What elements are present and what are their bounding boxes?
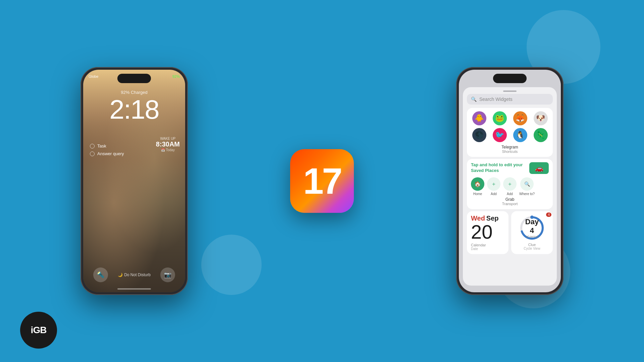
bottom-widgets-row: Wed Sep 20 Calendar Date 4 bbox=[467, 211, 553, 254]
ios17-number: 17 bbox=[303, 163, 341, 199]
grab-add-btn-2[interactable]: ＋ Add bbox=[503, 177, 517, 196]
bg-circle-2 bbox=[201, 235, 262, 295]
grab-add-btn-1[interactable]: ＋ Add bbox=[487, 177, 500, 196]
dnd-text: 🌙 Do Not Disturb bbox=[118, 267, 151, 282]
cal-label: Calendar bbox=[471, 243, 486, 247]
reminder-circle-2 bbox=[90, 152, 95, 156]
search-placeholder: Search Widgets bbox=[479, 97, 513, 102]
camera-button[interactable]: 📷 bbox=[160, 267, 175, 282]
avatar-grid: 🐥 🐸 🦊 🐶 🌑 🐦 🐧 🦎 bbox=[470, 111, 549, 142]
clue-of-period: of period bbox=[525, 235, 539, 238]
reminders-list: Task Answer query bbox=[90, 143, 124, 159]
grab-add-circle-1: ＋ bbox=[487, 177, 500, 191]
grab-section: Tap and hold to edit your Saved Places 🚗… bbox=[467, 159, 553, 209]
clue-sublabel: Cycle View bbox=[524, 247, 540, 250]
phone-right-frame: 🔍 Search Widgets 🐥 🐸 🦊 🐶 🌑 🐦 🐧 🦎 Telegra… bbox=[456, 67, 564, 295]
lockscreen-content: 92% Charged 2:18 bbox=[83, 90, 185, 123]
clue-widget[interactable]: 4 Day 4 of period bbox=[511, 211, 553, 254]
phone-left-frame: Globe 92% 92% Charged 2:18 WAKE UP 8:30A… bbox=[80, 67, 188, 295]
grab-header: Tap and hold to edit your Saved Places 🚗 bbox=[471, 162, 549, 174]
clue-center: Day 4 of period bbox=[525, 218, 539, 238]
clue-label: Clue bbox=[528, 243, 536, 247]
dynamic-island-right bbox=[493, 74, 527, 83]
search-bar[interactable]: 🔍 Search Widgets bbox=[467, 94, 553, 105]
wake-up-time: 8:30AM bbox=[156, 140, 180, 148]
telegram-subtitle: Shortcuts bbox=[470, 149, 549, 154]
panel-handle bbox=[503, 90, 517, 92]
lock-bottom-controls: 🔦 🌙 Do Not Disturb 📷 bbox=[83, 267, 185, 282]
avatar-1[interactable]: 🐸 bbox=[493, 111, 507, 125]
cal-day-num: 20 bbox=[471, 222, 493, 242]
avatar-6[interactable]: 🐧 bbox=[513, 128, 527, 142]
reminder-answer-text: Answer query bbox=[97, 151, 124, 156]
battery-text: 92% bbox=[172, 74, 180, 78]
search-icon: 🔍 bbox=[471, 97, 477, 102]
reminder-answer: Answer query bbox=[90, 151, 124, 156]
dynamic-island-left bbox=[117, 74, 151, 83]
widget-panel: 🔍 Search Widgets 🐥 🐸 🦊 🐶 🌑 🐦 🐧 🦎 Telegra… bbox=[463, 87, 557, 286]
grab-car-icon: 🚗 bbox=[529, 162, 549, 174]
grab-title: Grab bbox=[471, 197, 549, 202]
calendar-widget[interactable]: Wed Sep 20 Calendar Date bbox=[467, 211, 508, 254]
charging-text: 92% Charged bbox=[83, 90, 185, 95]
clue-badge: 4 bbox=[546, 213, 551, 217]
reminder-task: Task bbox=[90, 143, 124, 148]
grab-buttons: 🏠 Home ＋ Add ＋ Add bbox=[471, 177, 549, 196]
clue-ring: Day 4 of period bbox=[519, 215, 545, 241]
grab-add-circle-2: ＋ bbox=[503, 177, 517, 191]
avatar-3[interactable]: 🐶 bbox=[534, 111, 548, 125]
reminder-circle-1 bbox=[90, 144, 95, 148]
avatar-2[interactable]: 🦊 bbox=[513, 111, 527, 125]
home-indicator-left bbox=[117, 288, 151, 290]
grab-where-btn[interactable]: 🔍 Where to? bbox=[519, 177, 535, 196]
phone-right-screen: 🔍 Search Widgets 🐥 🐸 🦊 🐶 🌑 🐦 🐧 🦎 Telegra… bbox=[459, 70, 561, 292]
carrier-text: Globe bbox=[89, 74, 98, 78]
avatar-7[interactable]: 🦎 bbox=[534, 128, 548, 142]
igb-logo-text: iGB bbox=[31, 325, 47, 336]
telegram-title: Telegram bbox=[470, 145, 549, 149]
flashlight-button[interactable]: 🔦 bbox=[93, 267, 108, 282]
grab-home-btn[interactable]: 🏠 Home bbox=[471, 177, 484, 196]
grab-home-circle: 🏠 bbox=[471, 177, 484, 191]
grab-tap-text: Tap and hold to edit your Saved Places bbox=[471, 162, 529, 174]
lock-time: 2:18 bbox=[83, 96, 185, 123]
telegram-section: 🐥 🐸 🦊 🐶 🌑 🐦 🐧 🦎 Telegram Shortcuts bbox=[467, 108, 553, 157]
avatar-4[interactable]: 🌑 bbox=[472, 128, 486, 142]
grab-subtitle: Transport bbox=[471, 202, 549, 206]
igb-logo: iGB bbox=[20, 312, 57, 349]
avatar-5[interactable]: 🐦 bbox=[493, 128, 507, 142]
wake-up-label: WAKE UP bbox=[156, 137, 180, 140]
reminder-task-text: Task bbox=[97, 143, 106, 148]
avatar-0[interactable]: 🐥 bbox=[472, 111, 486, 125]
grab-where-circle: 🔍 bbox=[520, 177, 534, 191]
wake-up-today: 📅 Today bbox=[156, 148, 180, 152]
wake-up-widget: WAKE UP 8:30AM 📅 Today bbox=[156, 137, 180, 152]
cal-sublabel: Date bbox=[471, 247, 478, 251]
phone-left-screen: Globe 92% 92% Charged 2:18 WAKE UP 8:30A… bbox=[83, 70, 185, 292]
clue-day-num: Day 4 bbox=[525, 218, 539, 235]
ios17-icon: 17 bbox=[290, 149, 354, 213]
